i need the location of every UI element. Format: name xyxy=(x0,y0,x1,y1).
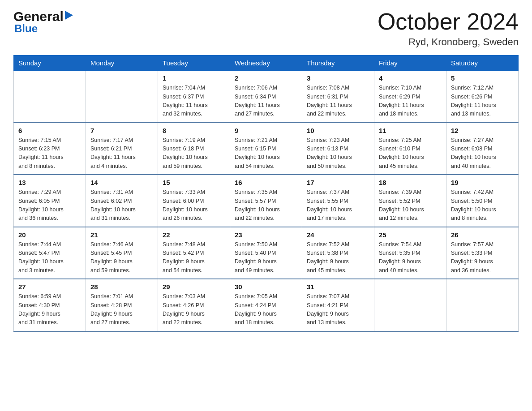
day-info: Sunrise: 7:42 AMSunset: 5:50 PMDaylight:… xyxy=(451,188,514,223)
day-number: 27 xyxy=(18,283,81,291)
calendar-cell-w4-d1: 20Sunrise: 7:44 AMSunset: 5:47 PMDayligh… xyxy=(14,227,86,279)
day-info: Sunrise: 7:27 AMSunset: 6:08 PMDaylight:… xyxy=(451,136,514,171)
header-saturday: Saturday xyxy=(446,56,519,71)
day-info: Sunrise: 7:48 AMSunset: 5:42 PMDaylight:… xyxy=(163,240,225,275)
calendar-cell-w4-d3: 22Sunrise: 7:48 AMSunset: 5:42 PMDayligh… xyxy=(158,227,230,279)
svg-marker-0 xyxy=(65,11,73,20)
calendar-cell-w4-d6: 25Sunrise: 7:54 AMSunset: 5:35 PMDayligh… xyxy=(374,227,446,279)
header-friday: Friday xyxy=(374,56,446,71)
day-number: 17 xyxy=(307,179,369,186)
calendar-week-1: 1Sunrise: 7:04 AMSunset: 6:37 PMDaylight… xyxy=(14,71,519,123)
month-title: October 2024 xyxy=(378,9,519,34)
calendar-cell-w5-d5: 31Sunrise: 7:07 AMSunset: 4:21 PMDayligh… xyxy=(302,279,374,331)
calendar-cell-w3-d1: 13Sunrise: 7:29 AMSunset: 6:05 PMDayligh… xyxy=(14,175,86,227)
calendar-cell-w2-d2: 7Sunrise: 7:17 AMSunset: 6:21 PMDaylight… xyxy=(86,123,158,175)
day-info: Sunrise: 7:31 AMSunset: 6:02 PMDaylight:… xyxy=(90,188,153,223)
day-info: Sunrise: 7:03 AMSunset: 4:26 PMDaylight:… xyxy=(163,292,225,327)
calendar-cell-w5-d2: 28Sunrise: 7:01 AMSunset: 4:28 PMDayligh… xyxy=(86,279,158,331)
calendar-cell-w5-d4: 30Sunrise: 7:05 AMSunset: 4:24 PMDayligh… xyxy=(230,279,302,331)
day-number: 4 xyxy=(379,74,442,82)
calendar-cell-w5-d1: 27Sunrise: 6:59 AMSunset: 4:30 PMDayligh… xyxy=(14,279,86,331)
day-info: Sunrise: 7:50 AMSunset: 5:40 PMDaylight:… xyxy=(235,240,297,275)
day-info: Sunrise: 7:33 AMSunset: 6:00 PMDaylight:… xyxy=(163,188,225,223)
day-number: 22 xyxy=(163,231,225,239)
calendar-cell-w4-d7: 26Sunrise: 7:57 AMSunset: 5:33 PMDayligh… xyxy=(446,227,519,279)
day-number: 1 xyxy=(163,74,225,82)
day-info: Sunrise: 7:07 AMSunset: 4:21 PMDaylight:… xyxy=(307,292,369,327)
calendar-cell-w1-d5: 3Sunrise: 7:08 AMSunset: 6:31 PMDaylight… xyxy=(302,71,374,123)
logo: General Blue xyxy=(13,9,73,35)
calendar-header-row: Sunday Monday Tuesday Wednesday Thursday… xyxy=(14,56,519,71)
day-info: Sunrise: 7:10 AMSunset: 6:29 PMDaylight:… xyxy=(379,84,442,119)
day-number: 11 xyxy=(379,127,442,134)
day-info: Sunrise: 7:12 AMSunset: 6:26 PMDaylight:… xyxy=(451,84,514,119)
day-number: 31 xyxy=(307,283,369,291)
day-number: 16 xyxy=(235,179,297,186)
day-number: 25 xyxy=(379,231,442,239)
day-number: 3 xyxy=(307,74,369,82)
calendar-cell-w1-d3: 1Sunrise: 7:04 AMSunset: 6:37 PMDaylight… xyxy=(158,71,230,123)
day-info: Sunrise: 7:46 AMSunset: 5:45 PMDaylight:… xyxy=(90,240,153,275)
calendar-cell-w2-d1: 6Sunrise: 7:15 AMSunset: 6:23 PMDaylight… xyxy=(14,123,86,175)
page-header: General Blue October 2024 Ryd, Kronoberg… xyxy=(13,9,519,48)
calendar-cell-w3-d7: 19Sunrise: 7:42 AMSunset: 5:50 PMDayligh… xyxy=(446,175,519,227)
logo-general-text: General xyxy=(13,9,64,24)
day-number: 12 xyxy=(451,127,514,134)
calendar-cell-w3-d3: 15Sunrise: 7:33 AMSunset: 6:00 PMDayligh… xyxy=(158,175,230,227)
calendar-cell-w3-d5: 17Sunrise: 7:37 AMSunset: 5:55 PMDayligh… xyxy=(302,175,374,227)
calendar-cell-w2-d7: 12Sunrise: 7:27 AMSunset: 6:08 PMDayligh… xyxy=(446,123,519,175)
day-info: Sunrise: 7:25 AMSunset: 6:10 PMDaylight:… xyxy=(379,136,442,171)
day-info: Sunrise: 7:15 AMSunset: 6:23 PMDaylight:… xyxy=(18,136,81,171)
day-info: Sunrise: 7:06 AMSunset: 6:34 PMDaylight:… xyxy=(235,84,297,119)
calendar-cell-w5-d3: 29Sunrise: 7:03 AMSunset: 4:26 PMDayligh… xyxy=(158,279,230,331)
day-info: Sunrise: 7:52 AMSunset: 5:38 PMDaylight:… xyxy=(307,240,369,275)
calendar-cell-w2-d4: 9Sunrise: 7:21 AMSunset: 6:15 PMDaylight… xyxy=(230,123,302,175)
day-info: Sunrise: 7:21 AMSunset: 6:15 PMDaylight:… xyxy=(235,136,297,171)
day-info: Sunrise: 7:39 AMSunset: 5:52 PMDaylight:… xyxy=(379,188,442,223)
calendar-week-2: 6Sunrise: 7:15 AMSunset: 6:23 PMDaylight… xyxy=(14,123,519,175)
day-number: 14 xyxy=(90,179,153,186)
day-number: 20 xyxy=(18,231,81,239)
day-info: Sunrise: 6:59 AMSunset: 4:30 PMDaylight:… xyxy=(18,292,81,327)
calendar-cell-w2-d6: 11Sunrise: 7:25 AMSunset: 6:10 PMDayligh… xyxy=(374,123,446,175)
day-number: 29 xyxy=(163,283,225,291)
calendar-cell-w3-d4: 16Sunrise: 7:35 AMSunset: 5:57 PMDayligh… xyxy=(230,175,302,227)
calendar-cell-w1-d2 xyxy=(86,71,158,123)
calendar-cell-w3-d6: 18Sunrise: 7:39 AMSunset: 5:52 PMDayligh… xyxy=(374,175,446,227)
calendar-cell-w1-d6: 4Sunrise: 7:10 AMSunset: 6:29 PMDaylight… xyxy=(374,71,446,123)
calendar-cell-w3-d2: 14Sunrise: 7:31 AMSunset: 6:02 PMDayligh… xyxy=(86,175,158,227)
day-number: 19 xyxy=(451,179,514,186)
day-info: Sunrise: 7:54 AMSunset: 5:35 PMDaylight:… xyxy=(379,240,442,275)
calendar-cell-w4-d2: 21Sunrise: 7:46 AMSunset: 5:45 PMDayligh… xyxy=(86,227,158,279)
calendar-cell-w4-d4: 23Sunrise: 7:50 AMSunset: 5:40 PMDayligh… xyxy=(230,227,302,279)
day-number: 30 xyxy=(235,283,297,291)
calendar-cell-w1-d7: 5Sunrise: 7:12 AMSunset: 6:26 PMDaylight… xyxy=(446,71,519,123)
day-number: 10 xyxy=(307,127,369,134)
calendar-cell-w1-d1 xyxy=(14,71,86,123)
header-monday: Monday xyxy=(86,56,158,71)
logo-triangle-icon xyxy=(65,11,73,21)
day-info: Sunrise: 7:05 AMSunset: 4:24 PMDaylight:… xyxy=(235,292,297,327)
title-block: October 2024 Ryd, Kronoberg, Sweden xyxy=(378,9,519,48)
day-number: 18 xyxy=(379,179,442,186)
day-number: 2 xyxy=(235,74,297,82)
day-info: Sunrise: 7:04 AMSunset: 6:37 PMDaylight:… xyxy=(163,84,225,119)
day-number: 6 xyxy=(18,127,81,134)
day-number: 7 xyxy=(90,127,153,134)
calendar-cell-w1-d4: 2Sunrise: 7:06 AMSunset: 6:34 PMDaylight… xyxy=(230,71,302,123)
day-info: Sunrise: 7:44 AMSunset: 5:47 PMDaylight:… xyxy=(18,240,81,275)
calendar-cell-w2-d5: 10Sunrise: 7:23 AMSunset: 6:13 PMDayligh… xyxy=(302,123,374,175)
day-info: Sunrise: 7:19 AMSunset: 6:18 PMDaylight:… xyxy=(163,136,225,171)
calendar-table: Sunday Monday Tuesday Wednesday Thursday… xyxy=(13,55,519,332)
day-number: 9 xyxy=(235,127,297,134)
day-info: Sunrise: 7:35 AMSunset: 5:57 PMDaylight:… xyxy=(235,188,297,223)
day-number: 21 xyxy=(90,231,153,239)
header-wednesday: Wednesday xyxy=(230,56,302,71)
day-info: Sunrise: 7:57 AMSunset: 5:33 PMDaylight:… xyxy=(451,240,514,275)
day-info: Sunrise: 7:29 AMSunset: 6:05 PMDaylight:… xyxy=(18,188,81,223)
day-number: 23 xyxy=(235,231,297,239)
day-number: 13 xyxy=(18,179,81,186)
day-number: 24 xyxy=(307,231,369,239)
day-info: Sunrise: 7:23 AMSunset: 6:13 PMDaylight:… xyxy=(307,136,369,171)
calendar-cell-w4-d5: 24Sunrise: 7:52 AMSunset: 5:38 PMDayligh… xyxy=(302,227,374,279)
